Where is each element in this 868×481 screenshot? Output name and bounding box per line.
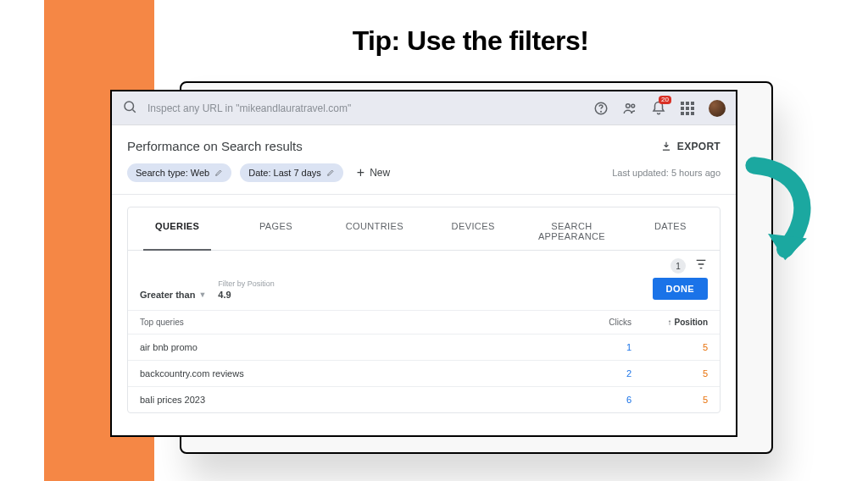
plus-icon: +	[357, 166, 364, 180]
table-header: Top queries Clicks ↑ Position	[128, 310, 720, 334]
chip-date[interactable]: Date: Last 7 days	[240, 163, 343, 182]
query-cell: backcountry.com reviews	[140, 368, 572, 379]
url-inspect-bar[interactable]: Inspect any URL in "mikeandlauratravel.c…	[112, 91, 736, 125]
tab-devices[interactable]: DEVICES	[424, 211, 522, 250]
active-filters-count: 1	[670, 258, 686, 274]
tab-search-appearance[interactable]: SEARCH APPEARANCE	[522, 211, 620, 250]
apps-icon[interactable]	[680, 101, 695, 116]
dimension-tabs-card: QUERIES PAGES COUNTRIES DEVICES SEARCH A…	[127, 207, 721, 413]
column-header-query: Top queries	[140, 318, 572, 327]
column-header-clicks[interactable]: Clicks	[572, 318, 632, 327]
url-inspect-placeholder: Inspect any URL in "mikeandlauratravel.c…	[147, 102, 583, 114]
position-cell: 5	[632, 395, 708, 405]
help-icon[interactable]	[593, 101, 609, 116]
pencil-icon	[214, 169, 223, 177]
svg-point-3	[601, 111, 602, 112]
add-filter-button[interactable]: + New	[352, 166, 390, 180]
done-button[interactable]: DONE	[653, 278, 708, 300]
tab-queries[interactable]: QUERIES	[128, 211, 226, 250]
clicks-cell: 2	[572, 368, 632, 379]
avatar[interactable]	[709, 100, 726, 117]
pencil-icon	[326, 169, 335, 177]
tip-heading: Tip: Use the filters!	[237, 25, 704, 57]
position-filter-row: Greater than ▼ Filter by Position 4.9 DO…	[128, 278, 720, 310]
svg-point-4	[626, 103, 631, 108]
tab-pages[interactable]: PAGES	[226, 211, 325, 250]
position-cell: 5	[632, 368, 708, 379]
table-row[interactable]: air bnb promo 1 5	[128, 334, 720, 360]
filter-chips-row: Search type: Web Date: Last 7 days + New…	[112, 162, 736, 195]
dimension-tabs: QUERIES PAGES COUNTRIES DEVICES SEARCH A…	[128, 207, 720, 251]
svg-line-1	[132, 109, 135, 112]
users-icon[interactable]	[622, 101, 637, 116]
table-row[interactable]: backcountry.com reviews 2 5	[128, 360, 720, 386]
svg-point-5	[632, 104, 635, 108]
download-icon	[660, 141, 672, 152]
top-icon-row: 20	[593, 100, 726, 117]
query-cell: bali prices 2023	[140, 395, 572, 405]
export-label: EXPORT	[677, 141, 721, 152]
clicks-cell: 1	[572, 342, 632, 352]
tab-dates[interactable]: DATES	[621, 211, 720, 250]
query-cell: air bnb promo	[140, 342, 572, 352]
filter-value-input[interactable]: 4.9	[218, 290, 275, 300]
filter-icon[interactable]	[694, 257, 708, 274]
notifications-badge: 20	[659, 96, 671, 104]
chip-search-type[interactable]: Search type: Web	[127, 163, 231, 182]
tab-countries[interactable]: COUNTRIES	[326, 211, 424, 250]
column-header-position[interactable]: ↑ Position	[632, 318, 708, 327]
page-title: Performance on Search results	[127, 139, 303, 153]
export-button[interactable]: EXPORT	[660, 141, 721, 152]
filter-field-label: Filter by Position	[218, 279, 275, 288]
svg-point-0	[125, 102, 134, 111]
table-row[interactable]: bali prices 2023 6 5	[128, 386, 720, 412]
last-updated-text: Last updated: 5 hours ago	[612, 168, 721, 178]
search-console-screenshot: Inspect any URL in "mikeandlauratravel.c…	[110, 90, 737, 437]
filter-operator-select[interactable]: Greater than ▼	[140, 290, 206, 300]
position-cell: 5	[632, 342, 708, 352]
clicks-cell: 6	[572, 395, 632, 405]
chevron-down-icon: ▼	[198, 290, 206, 299]
notifications-icon[interactable]: 20	[651, 101, 666, 116]
sort-up-icon: ↑	[668, 318, 672, 327]
search-icon	[122, 99, 137, 118]
